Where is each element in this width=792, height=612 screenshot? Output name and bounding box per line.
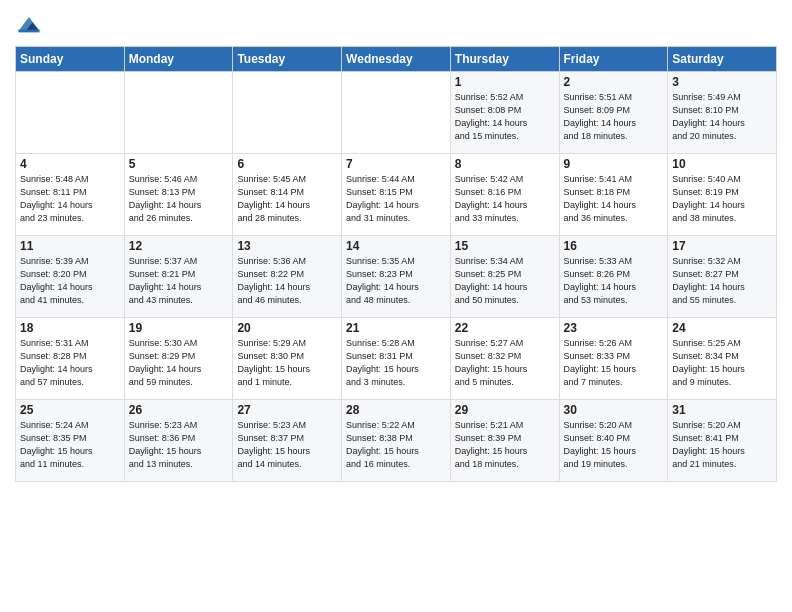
cell-info: Sunrise: 5:29 AM Sunset: 8:30 PM Dayligh… xyxy=(237,337,337,389)
calendar-cell: 3Sunrise: 5:49 AM Sunset: 8:10 PM Daylig… xyxy=(668,72,777,154)
calendar-week-row: 25Sunrise: 5:24 AM Sunset: 8:35 PM Dayli… xyxy=(16,400,777,482)
calendar-cell: 12Sunrise: 5:37 AM Sunset: 8:21 PM Dayli… xyxy=(124,236,233,318)
calendar-cell: 18Sunrise: 5:31 AM Sunset: 8:28 PM Dayli… xyxy=(16,318,125,400)
calendar-cell: 2Sunrise: 5:51 AM Sunset: 8:09 PM Daylig… xyxy=(559,72,668,154)
page: SundayMondayTuesdayWednesdayThursdayFrid… xyxy=(0,0,792,496)
calendar-cell: 7Sunrise: 5:44 AM Sunset: 8:15 PM Daylig… xyxy=(342,154,451,236)
calendar-cell: 19Sunrise: 5:30 AM Sunset: 8:29 PM Dayli… xyxy=(124,318,233,400)
cell-info: Sunrise: 5:45 AM Sunset: 8:14 PM Dayligh… xyxy=(237,173,337,225)
calendar-cell: 17Sunrise: 5:32 AM Sunset: 8:27 PM Dayli… xyxy=(668,236,777,318)
day-number: 28 xyxy=(346,403,446,417)
weekday-header: Friday xyxy=(559,47,668,72)
calendar-cell: 15Sunrise: 5:34 AM Sunset: 8:25 PM Dayli… xyxy=(450,236,559,318)
calendar-cell: 21Sunrise: 5:28 AM Sunset: 8:31 PM Dayli… xyxy=(342,318,451,400)
calendar-cell xyxy=(124,72,233,154)
calendar-cell: 24Sunrise: 5:25 AM Sunset: 8:34 PM Dayli… xyxy=(668,318,777,400)
cell-info: Sunrise: 5:23 AM Sunset: 8:36 PM Dayligh… xyxy=(129,419,229,471)
calendar-cell: 9Sunrise: 5:41 AM Sunset: 8:18 PM Daylig… xyxy=(559,154,668,236)
weekday-header: Wednesday xyxy=(342,47,451,72)
day-number: 3 xyxy=(672,75,772,89)
calendar-cell: 25Sunrise: 5:24 AM Sunset: 8:35 PM Dayli… xyxy=(16,400,125,482)
day-number: 19 xyxy=(129,321,229,335)
day-number: 14 xyxy=(346,239,446,253)
cell-info: Sunrise: 5:51 AM Sunset: 8:09 PM Dayligh… xyxy=(564,91,664,143)
calendar-week-row: 4Sunrise: 5:48 AM Sunset: 8:11 PM Daylig… xyxy=(16,154,777,236)
day-number: 21 xyxy=(346,321,446,335)
calendar-cell: 5Sunrise: 5:46 AM Sunset: 8:13 PM Daylig… xyxy=(124,154,233,236)
calendar-cell xyxy=(233,72,342,154)
day-number: 23 xyxy=(564,321,664,335)
cell-info: Sunrise: 5:36 AM Sunset: 8:22 PM Dayligh… xyxy=(237,255,337,307)
calendar-cell: 1Sunrise: 5:52 AM Sunset: 8:08 PM Daylig… xyxy=(450,72,559,154)
cell-info: Sunrise: 5:23 AM Sunset: 8:37 PM Dayligh… xyxy=(237,419,337,471)
calendar-cell: 27Sunrise: 5:23 AM Sunset: 8:37 PM Dayli… xyxy=(233,400,342,482)
weekday-header-row: SundayMondayTuesdayWednesdayThursdayFrid… xyxy=(16,47,777,72)
cell-info: Sunrise: 5:21 AM Sunset: 8:39 PM Dayligh… xyxy=(455,419,555,471)
calendar-week-row: 11Sunrise: 5:39 AM Sunset: 8:20 PM Dayli… xyxy=(16,236,777,318)
cell-info: Sunrise: 5:42 AM Sunset: 8:16 PM Dayligh… xyxy=(455,173,555,225)
cell-info: Sunrise: 5:20 AM Sunset: 8:40 PM Dayligh… xyxy=(564,419,664,471)
calendar-cell: 23Sunrise: 5:26 AM Sunset: 8:33 PM Dayli… xyxy=(559,318,668,400)
weekday-header: Thursday xyxy=(450,47,559,72)
calendar-week-row: 1Sunrise: 5:52 AM Sunset: 8:08 PM Daylig… xyxy=(16,72,777,154)
cell-info: Sunrise: 5:26 AM Sunset: 8:33 PM Dayligh… xyxy=(564,337,664,389)
day-number: 26 xyxy=(129,403,229,417)
cell-info: Sunrise: 5:44 AM Sunset: 8:15 PM Dayligh… xyxy=(346,173,446,225)
cell-info: Sunrise: 5:37 AM Sunset: 8:21 PM Dayligh… xyxy=(129,255,229,307)
calendar-cell: 29Sunrise: 5:21 AM Sunset: 8:39 PM Dayli… xyxy=(450,400,559,482)
weekday-header: Monday xyxy=(124,47,233,72)
day-number: 1 xyxy=(455,75,555,89)
calendar-cell: 11Sunrise: 5:39 AM Sunset: 8:20 PM Dayli… xyxy=(16,236,125,318)
day-number: 15 xyxy=(455,239,555,253)
calendar-cell xyxy=(342,72,451,154)
cell-info: Sunrise: 5:27 AM Sunset: 8:32 PM Dayligh… xyxy=(455,337,555,389)
day-number: 30 xyxy=(564,403,664,417)
day-number: 27 xyxy=(237,403,337,417)
cell-info: Sunrise: 5:33 AM Sunset: 8:26 PM Dayligh… xyxy=(564,255,664,307)
cell-info: Sunrise: 5:46 AM Sunset: 8:13 PM Dayligh… xyxy=(129,173,229,225)
weekday-header: Saturday xyxy=(668,47,777,72)
cell-info: Sunrise: 5:30 AM Sunset: 8:29 PM Dayligh… xyxy=(129,337,229,389)
header xyxy=(15,10,777,38)
weekday-header: Tuesday xyxy=(233,47,342,72)
day-number: 18 xyxy=(20,321,120,335)
cell-info: Sunrise: 5:35 AM Sunset: 8:23 PM Dayligh… xyxy=(346,255,446,307)
weekday-header: Sunday xyxy=(16,47,125,72)
day-number: 29 xyxy=(455,403,555,417)
calendar-cell: 20Sunrise: 5:29 AM Sunset: 8:30 PM Dayli… xyxy=(233,318,342,400)
day-number: 24 xyxy=(672,321,772,335)
svg-rect-3 xyxy=(19,30,40,33)
cell-info: Sunrise: 5:22 AM Sunset: 8:38 PM Dayligh… xyxy=(346,419,446,471)
calendar-cell: 30Sunrise: 5:20 AM Sunset: 8:40 PM Dayli… xyxy=(559,400,668,482)
calendar-cell: 10Sunrise: 5:40 AM Sunset: 8:19 PM Dayli… xyxy=(668,154,777,236)
cell-info: Sunrise: 5:24 AM Sunset: 8:35 PM Dayligh… xyxy=(20,419,120,471)
calendar-cell: 6Sunrise: 5:45 AM Sunset: 8:14 PM Daylig… xyxy=(233,154,342,236)
day-number: 9 xyxy=(564,157,664,171)
calendar-cell: 31Sunrise: 5:20 AM Sunset: 8:41 PM Dayli… xyxy=(668,400,777,482)
day-number: 12 xyxy=(129,239,229,253)
day-number: 5 xyxy=(129,157,229,171)
calendar-cell: 14Sunrise: 5:35 AM Sunset: 8:23 PM Dayli… xyxy=(342,236,451,318)
cell-info: Sunrise: 5:32 AM Sunset: 8:27 PM Dayligh… xyxy=(672,255,772,307)
day-number: 4 xyxy=(20,157,120,171)
day-number: 2 xyxy=(564,75,664,89)
day-number: 11 xyxy=(20,239,120,253)
cell-info: Sunrise: 5:52 AM Sunset: 8:08 PM Dayligh… xyxy=(455,91,555,143)
day-number: 13 xyxy=(237,239,337,253)
calendar-cell: 13Sunrise: 5:36 AM Sunset: 8:22 PM Dayli… xyxy=(233,236,342,318)
calendar-cell: 16Sunrise: 5:33 AM Sunset: 8:26 PM Dayli… xyxy=(559,236,668,318)
day-number: 8 xyxy=(455,157,555,171)
day-number: 6 xyxy=(237,157,337,171)
day-number: 17 xyxy=(672,239,772,253)
day-number: 16 xyxy=(564,239,664,253)
cell-info: Sunrise: 5:31 AM Sunset: 8:28 PM Dayligh… xyxy=(20,337,120,389)
day-number: 10 xyxy=(672,157,772,171)
calendar-cell: 26Sunrise: 5:23 AM Sunset: 8:36 PM Dayli… xyxy=(124,400,233,482)
cell-info: Sunrise: 5:25 AM Sunset: 8:34 PM Dayligh… xyxy=(672,337,772,389)
cell-info: Sunrise: 5:28 AM Sunset: 8:31 PM Dayligh… xyxy=(346,337,446,389)
cell-info: Sunrise: 5:40 AM Sunset: 8:19 PM Dayligh… xyxy=(672,173,772,225)
calendar-cell: 8Sunrise: 5:42 AM Sunset: 8:16 PM Daylig… xyxy=(450,154,559,236)
day-number: 7 xyxy=(346,157,446,171)
cell-info: Sunrise: 5:39 AM Sunset: 8:20 PM Dayligh… xyxy=(20,255,120,307)
calendar-cell: 4Sunrise: 5:48 AM Sunset: 8:11 PM Daylig… xyxy=(16,154,125,236)
